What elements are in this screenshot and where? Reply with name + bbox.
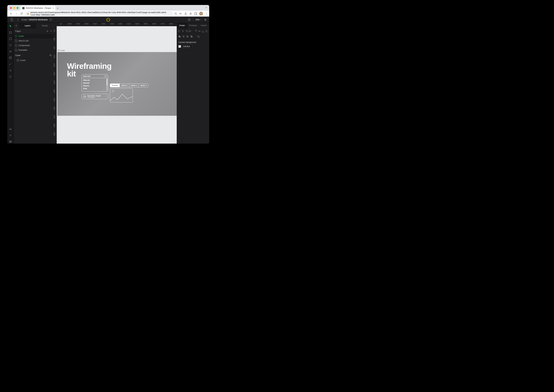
align-center-v-icon[interactable]	[198, 30, 201, 33]
page-item-examples[interactable]: Examples	[14, 48, 53, 52]
url-field[interactable]: 🔒 penpot.navios.biz/#/workspace/d9bb0b2b…	[25, 11, 173, 16]
canvas: 60-5800-5700-5600-5500-5400-5300-5200-51…	[53, 23, 177, 144]
search-icon[interactable]	[174, 12, 177, 15]
avatar-icon	[83, 95, 86, 98]
viewport[interactable]: Cover Wireframing kit Input text i	[57, 26, 177, 144]
exclude-icon[interactable]	[190, 35, 193, 38]
svg-point-16	[10, 57, 10, 57]
align-row	[177, 28, 209, 34]
text-tool[interactable]: AI	[8, 49, 13, 53]
new-tab-button[interactable]: +	[55, 6, 60, 11]
browser-window: NAVIOS Wireframe - Penpot × + 🔒 penpot.n…	[7, 5, 209, 144]
frame-tool[interactable]	[8, 30, 13, 35]
horizontal-ruler[interactable]: 60-5800-5700-5600-5500-5400-5300-5200-51…	[57, 23, 177, 26]
svg-point-8	[18, 19, 18, 20]
move-tool[interactable]	[8, 24, 13, 28]
frame-label[interactable]: Cover	[58, 49, 65, 51]
collapse-pages-button[interactable]	[50, 30, 52, 32]
bookmark-icon[interactable]	[189, 12, 192, 15]
history-icon[interactable]	[187, 18, 191, 21]
tab-strip: NAVIOS Wireframe - Penpot × +	[7, 5, 209, 11]
segment-item: Option 2	[120, 84, 129, 87]
artboard-cover[interactable]: Wireframing kit Input text i Alba	[57, 52, 177, 116]
back-button[interactable]	[9, 12, 13, 16]
align-right-icon[interactable]	[185, 30, 187, 33]
share-icon[interactable]	[184, 12, 187, 15]
zoom-control[interactable]: 68%	[196, 19, 201, 21]
color-swatch[interactable]	[178, 45, 181, 48]
penpot-logo[interactable]	[9, 17, 14, 22]
segment-item: Option 3	[129, 84, 139, 87]
page-icon	[15, 49, 17, 51]
svg-rect-19	[10, 141, 10, 141]
tabs-dropdown-icon[interactable]	[205, 7, 207, 9]
intersect-icon[interactable]	[186, 35, 189, 38]
union-icon[interactable]	[178, 35, 181, 38]
image-tool[interactable]	[8, 56, 13, 60]
close-window-button[interactable]	[10, 7, 12, 9]
maximize-window-button[interactable]	[17, 7, 19, 9]
distribute-v-icon[interactable]	[205, 30, 208, 33]
subtract-icon[interactable]	[182, 35, 185, 38]
vertical-ruler[interactable]: 7008009001000110012001300140015001600170…	[53, 26, 57, 144]
svg-rect-29	[187, 36, 188, 37]
layer-item-cover[interactable]: Cover	[14, 58, 53, 63]
wireframe-dropdown: Input text i Albacete Alicante Almería Á…	[82, 74, 108, 91]
color-hex-input[interactable]	[182, 45, 192, 48]
panel-back-button[interactable]	[14, 25, 19, 27]
comment-tool[interactable]	[8, 75, 13, 79]
search-layers-icon[interactable]	[49, 54, 52, 56]
tab-layers[interactable]: Layers	[19, 23, 36, 28]
svg-point-0	[175, 13, 176, 14]
profile-avatar[interactable]: S	[199, 12, 203, 15]
close-tab-button[interactable]: ×	[52, 7, 54, 9]
path-tool[interactable]	[8, 68, 13, 72]
svg-rect-24	[17, 60, 19, 61]
breadcrumb-current[interactable]: NAVIOS Wireframe	[29, 18, 48, 21]
menu-icon[interactable]	[205, 13, 208, 15]
segment-item: Selected	[110, 84, 120, 87]
tab-inspect[interactable]: Inspect	[198, 23, 209, 28]
ruler-corner	[53, 23, 57, 26]
svg-rect-12	[10, 32, 11, 33]
ellipse-tool[interactable]	[8, 43, 13, 47]
align-bottom-icon[interactable]	[202, 30, 204, 33]
curve-tool[interactable]	[8, 62, 13, 66]
key-icon[interactable]	[179, 12, 182, 15]
minimize-window-button[interactable]	[13, 7, 15, 9]
page-list: Cover How to use Components Examples	[14, 34, 53, 52]
page-item-how-to-use[interactable]: How to use	[14, 38, 53, 43]
svg-rect-25	[58, 50, 59, 51]
tab-design[interactable]: Design	[177, 23, 187, 28]
browser-tab[interactable]: NAVIOS Wireframe - Penpot ×	[21, 6, 55, 11]
svg-point-5	[206, 13, 207, 14]
address-bar: 🔒 penpot.navios.biz/#/workspace/d9bb0b2b…	[7, 11, 209, 17]
view-mode-button[interactable]	[204, 18, 207, 21]
shortcuts-panel[interactable]	[8, 140, 13, 144]
typography-panel[interactable]: Ag	[8, 127, 13, 131]
add-page-button[interactable]	[46, 30, 48, 32]
traffic-lights	[10, 7, 19, 9]
page-item-components[interactable]: Components	[14, 43, 53, 48]
tab-prototype[interactable]: Prototype	[187, 23, 198, 28]
flatten-icon[interactable]	[197, 35, 200, 38]
align-center-h-icon[interactable]	[181, 30, 184, 33]
panel-header: Layers Assets	[14, 23, 53, 28]
breadcrumb-root[interactable]: Drafts	[21, 18, 27, 21]
main-menu-button[interactable]	[16, 18, 20, 21]
extensions-icon[interactable]	[194, 12, 197, 15]
align-top-icon[interactable]	[195, 30, 197, 33]
user-badge[interactable]: SY	[106, 18, 110, 21]
forward-button[interactable]	[14, 12, 18, 16]
shared-library-icon[interactable]	[49, 19, 52, 21]
tab-assets[interactable]: Assets	[36, 23, 53, 28]
rectangle-tool[interactable]	[8, 37, 13, 41]
reload-button[interactable]	[20, 12, 24, 16]
color-panel[interactable]	[8, 133, 13, 137]
align-left-icon[interactable]	[178, 30, 180, 33]
url-text: penpot.navios.biz/#/workspace/d9bb0b2b-5…	[30, 11, 171, 16]
wireframe-image-placeholder	[110, 88, 133, 103]
page-item-cover[interactable]: Cover	[14, 34, 53, 38]
left-toolbar: AI Ag	[7, 23, 14, 144]
distribute-h-icon[interactable]	[189, 30, 191, 33]
